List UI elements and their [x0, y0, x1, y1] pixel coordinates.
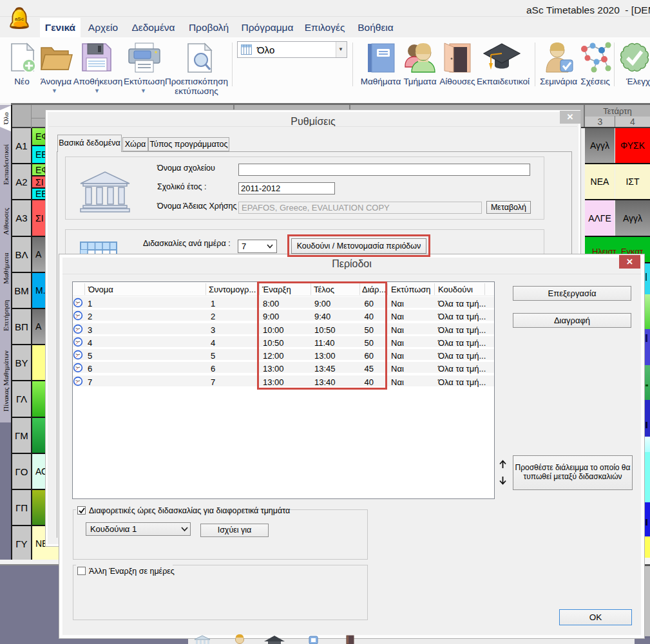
svg-text:aSc: aSc	[15, 16, 24, 22]
